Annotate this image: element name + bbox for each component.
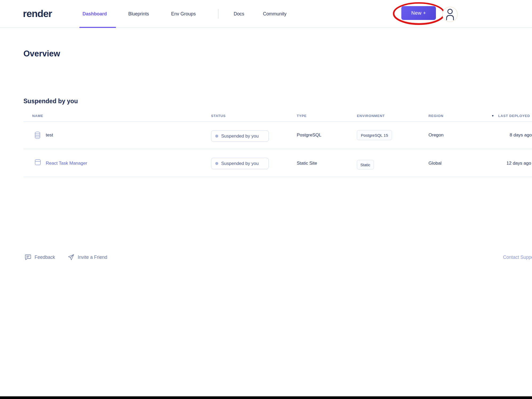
tab-dashboard[interactable]: Dashboard: [83, 11, 107, 16]
account-avatar-button[interactable]: [442, 7, 458, 22]
feedback-label: Feedback: [35, 255, 55, 260]
browser-window-icon: [34, 159, 41, 166]
last-deploy-value: 12 days ago: [506, 161, 531, 166]
table-divider: [23, 177, 532, 177]
feedback-bubble-icon: [24, 254, 31, 261]
column-header-name[interactable]: NAME: [32, 114, 43, 118]
paper-plane-icon: [68, 254, 75, 261]
nav-link-community[interactable]: Community: [263, 11, 287, 16]
page-title: Overview: [23, 49, 60, 59]
sort-descending-icon[interactable]: ▼: [491, 114, 494, 117]
service-type: Static Site: [297, 161, 317, 166]
status-badge: Suspended by you: [211, 130, 269, 142]
status-dot-icon: [215, 135, 218, 138]
render-logo[interactable]: render: [23, 8, 52, 19]
bottom-black-bar: [0, 396, 532, 399]
service-region: Oregon: [428, 132, 444, 138]
person-icon: [445, 9, 455, 20]
status-badge: Suspended by you: [211, 158, 269, 169]
service-name-link[interactable]: test: [46, 132, 53, 138]
status-dot-icon: [215, 162, 218, 165]
tab-env-groups[interactable]: Env Groups: [171, 11, 196, 16]
column-header-region[interactable]: REGION: [428, 114, 443, 118]
last-deploy-value: 8 days ago: [510, 132, 532, 138]
invite-a-friend-link[interactable]: Invite a Friend: [68, 253, 107, 261]
database-icon: [34, 131, 41, 139]
nav-link-docs[interactable]: Docs: [234, 11, 244, 16]
table-row-react-task-manager[interactable]: React Task Manager Suspended by you Stat…: [0, 149, 532, 176]
active-tab-underline: [79, 27, 116, 28]
contact-support-label: Contact Support: [503, 255, 532, 260]
tab-blueprints[interactable]: Blueprints: [128, 11, 149, 16]
environment-badge: PostgreSQL 15: [357, 130, 392, 140]
feedback-link[interactable]: Feedback: [24, 253, 55, 261]
contact-support-link[interactable]: Contact Support: [503, 253, 532, 261]
column-header-environment[interactable]: ENVIRONMENT: [357, 114, 385, 118]
nav-divider: [218, 9, 218, 19]
top-navigation-bar: render Dashboard Blueprints Env Groups D…: [0, 0, 532, 28]
status-label: Suspended by you: [221, 134, 259, 139]
invite-label: Invite a Friend: [78, 255, 107, 260]
section-title-suspended: Suspended by you: [23, 98, 78, 105]
render-dashboard-screen: render Dashboard Blueprints Env Groups D…: [0, 0, 532, 399]
environment-badge: Static: [357, 160, 374, 169]
table-row-test[interactable]: test Suspended by you PostgreSQL Postgre…: [0, 122, 532, 149]
new-button[interactable]: New +: [401, 6, 436, 20]
service-name-link[interactable]: React Task Manager: [46, 161, 87, 166]
column-header-type[interactable]: TYPE: [297, 114, 307, 118]
column-header-last-deploy[interactable]: LAST DEPLOYED: [498, 114, 530, 118]
column-header-status[interactable]: STATUS: [211, 114, 226, 118]
service-type: PostgreSQL: [297, 132, 321, 138]
service-region: Global: [428, 161, 442, 166]
status-label: Suspended by you: [221, 161, 259, 166]
